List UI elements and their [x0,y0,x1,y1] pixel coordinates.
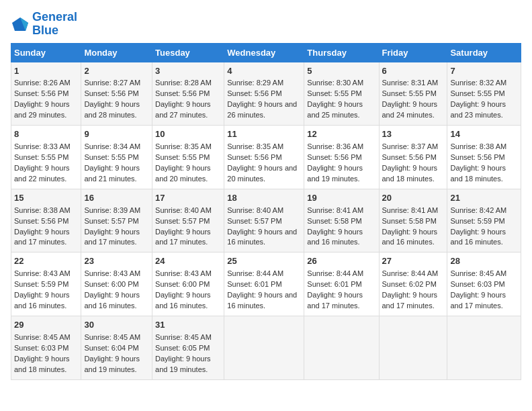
calendar-cell: 23Sunrise: 8:43 AMSunset: 6:00 PMDayligh… [81,253,152,316]
day-number: 4 [227,65,301,78]
day-number: 8 [14,128,78,141]
calendar-cell: 5Sunrise: 8:30 AMSunset: 5:55 PMDaylight… [304,62,379,126]
day-number: 26 [307,255,375,268]
calendar-cell: 7Sunrise: 8:32 AMSunset: 5:55 PMDaylight… [447,62,521,126]
calendar-cell: 11Sunrise: 8:35 AMSunset: 5:56 PMDayligh… [224,126,304,189]
daylight-text: Daylight: 9 hours and 16 minutes. [14,291,70,310]
daylight-text: Daylight: 9 hours and 20 minutes. [227,164,297,183]
calendar-cell: 10Sunrise: 8:35 AMSunset: 5:55 PMDayligh… [152,126,224,189]
calendar-cell: 20Sunrise: 8:41 AMSunset: 5:58 PMDayligh… [379,189,447,253]
sunrise-text: Sunrise: 8:32 AM [450,79,506,87]
day-number: 16 [84,192,149,205]
sunset-text: Sunset: 6:04 PM [84,344,138,352]
calendar-cell: 12Sunrise: 8:36 AMSunset: 5:56 PMDayligh… [304,126,379,189]
daylight-text: Daylight: 9 hours and 21 minutes. [84,164,140,183]
calendar-cell: 13Sunrise: 8:37 AMSunset: 5:56 PMDayligh… [379,126,447,189]
calendar-cell [304,316,379,379]
day-number: 6 [382,65,445,78]
daylight-text: Daylight: 9 hours and 28 minutes. [84,100,140,119]
sunset-text: Sunset: 5:56 PM [155,89,210,97]
sunrise-text: Sunrise: 8:42 AM [450,206,506,214]
sunrise-text: Sunrise: 8:31 AM [382,79,439,87]
sunrise-text: Sunrise: 8:43 AM [84,269,140,277]
sunset-text: Sunset: 6:00 PM [155,280,210,288]
daylight-text: Daylight: 9 hours and 16 minutes. [227,291,297,310]
sunset-text: Sunset: 5:55 PM [155,153,210,161]
sunrise-text: Sunrise: 8:44 AM [307,269,363,277]
day-number: 15 [14,192,78,205]
sunrise-text: Sunrise: 8:28 AM [155,79,212,87]
sunrise-text: Sunrise: 8:45 AM [450,269,506,277]
daylight-text: Daylight: 9 hours and 16 minutes. [382,228,438,246]
day-number: 5 [307,65,375,78]
daylight-text: Daylight: 9 hours and 17 minutes. [450,291,506,310]
column-header-wednesday: Wednesday [224,43,304,62]
logo-text: General Blue [32,11,77,38]
daylight-text: Daylight: 9 hours and 23 minutes. [450,100,506,119]
calendar-cell: 25Sunrise: 8:44 AMSunset: 6:01 PMDayligh… [224,253,304,316]
calendar-table: SundayMondayTuesdayWednesdayThursdayFrid… [11,43,521,380]
day-number: 17 [155,192,221,205]
sunrise-text: Sunrise: 8:34 AM [84,142,140,150]
day-number: 9 [84,128,149,141]
sunset-text: Sunset: 5:56 PM [14,217,69,225]
day-number: 19 [307,192,375,205]
daylight-text: Daylight: 9 hours and 17 minutes. [307,291,363,310]
day-number: 7 [450,65,518,78]
day-number: 10 [155,128,221,141]
daylight-text: Daylight: 9 hours and 19 minutes. [307,164,363,183]
sunset-text: Sunset: 5:56 PM [227,153,281,161]
calendar-cell: 28Sunrise: 8:45 AMSunset: 6:03 PMDayligh… [447,253,521,316]
calendar-cell: 19Sunrise: 8:41 AMSunset: 5:58 PMDayligh… [304,189,379,253]
sunrise-text: Sunrise: 8:27 AM [84,79,140,87]
daylight-text: Daylight: 9 hours and 18 minutes. [14,355,70,373]
sunrise-text: Sunrise: 8:40 AM [227,206,283,214]
sunset-text: Sunset: 5:57 PM [227,217,281,225]
column-header-saturday: Saturday [447,43,521,62]
daylight-text: Daylight: 9 hours and 17 minutes. [155,228,211,246]
sunrise-text: Sunrise: 8:44 AM [227,269,283,277]
logo-icon [11,16,30,32]
sunrise-text: Sunrise: 8:35 AM [155,142,212,150]
sunrise-text: Sunrise: 8:41 AM [307,206,363,214]
calendar-cell: 26Sunrise: 8:44 AMSunset: 6:01 PMDayligh… [304,253,379,316]
sunrise-text: Sunrise: 8:45 AM [84,333,140,341]
daylight-text: Daylight: 9 hours and 22 minutes. [14,164,70,183]
daylight-text: Daylight: 9 hours and 19 minutes. [84,355,140,373]
day-number: 13 [382,128,445,141]
calendar-cell: 6Sunrise: 8:31 AMSunset: 5:55 PMDaylight… [379,62,447,126]
calendar-cell [379,316,447,379]
day-number: 18 [227,192,301,205]
sunset-text: Sunset: 6:01 PM [227,280,281,288]
column-header-friday: Friday [379,43,447,62]
calendar-cell: 2Sunrise: 8:27 AMSunset: 5:56 PMDaylight… [81,62,152,126]
calendar-cell: 8Sunrise: 8:33 AMSunset: 5:55 PMDaylight… [11,126,81,189]
calendar-cell: 14Sunrise: 8:38 AMSunset: 5:56 PMDayligh… [447,126,521,189]
daylight-text: Daylight: 9 hours and 18 minutes. [382,164,438,183]
sunset-text: Sunset: 5:56 PM [14,89,69,97]
daylight-text: Daylight: 9 hours and 16 minutes. [155,291,211,310]
sunset-text: Sunset: 5:57 PM [84,217,138,225]
day-number: 25 [227,255,301,268]
day-number: 11 [227,128,301,141]
sunrise-text: Sunrise: 8:29 AM [227,79,283,87]
sunrise-text: Sunrise: 8:45 AM [14,333,71,341]
column-header-tuesday: Tuesday [152,43,224,62]
calendar-cell: 17Sunrise: 8:40 AMSunset: 5:57 PMDayligh… [152,189,224,253]
calendar-cell [447,316,521,379]
daylight-text: Daylight: 9 hours and 16 minutes. [84,291,140,310]
daylight-text: Daylight: 9 hours and 26 minutes. [227,100,297,119]
calendar-week-row: 22Sunrise: 8:43 AMSunset: 5:59 PMDayligh… [11,253,521,316]
sunset-text: Sunset: 5:58 PM [307,217,361,225]
sunset-text: Sunset: 5:55 PM [307,89,361,97]
calendar-week-row: 15Sunrise: 8:38 AMSunset: 5:56 PMDayligh… [11,189,521,253]
sunset-text: Sunset: 5:57 PM [155,217,210,225]
sunrise-text: Sunrise: 8:38 AM [450,142,506,150]
sunset-text: Sunset: 5:55 PM [84,153,138,161]
daylight-text: Daylight: 9 hours and 17 minutes. [382,291,438,310]
calendar-cell: 3Sunrise: 8:28 AMSunset: 5:56 PMDaylight… [152,62,224,126]
daylight-text: Daylight: 9 hours and 18 minutes. [450,164,506,183]
sunset-text: Sunset: 5:56 PM [307,153,361,161]
daylight-text: Daylight: 9 hours and 16 minutes. [307,228,363,246]
page-header: General Blue [11,11,521,38]
